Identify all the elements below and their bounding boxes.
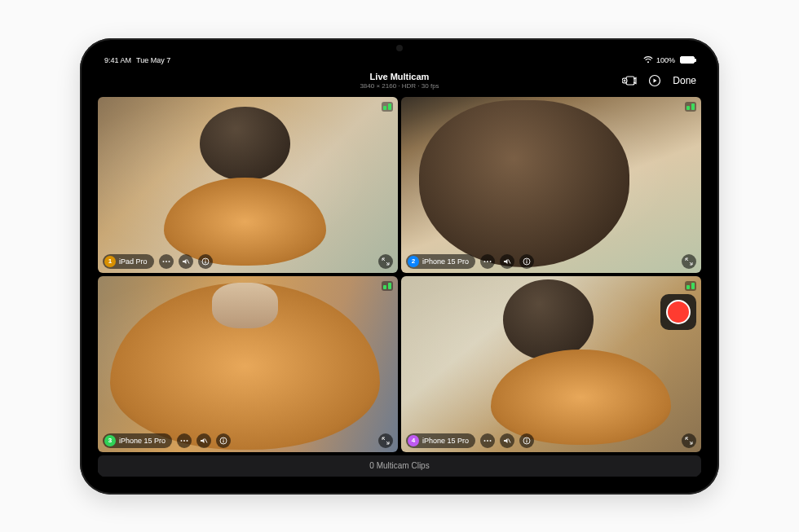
svg-point-25 [487,440,488,442]
camera-feed-3[interactable]: 3 iPhone 15 Pro [98,276,398,452]
info-button[interactable] [216,433,231,448]
mute-button[interactable] [500,254,514,269]
expand-button[interactable] [378,433,393,448]
svg-rect-23 [223,440,223,442]
svg-point-12 [490,261,492,262]
play-button[interactable] [648,74,661,87]
info-button[interactable] [198,254,213,269]
camera-label-chip[interactable]: 3 iPhone 15 Pro [103,433,172,448]
screen: 9:41 AM Tue May 7 100% Live Multicam 384… [95,53,704,480]
header-title: Live Multicam [360,72,439,81]
info-button[interactable] [519,433,534,448]
svg-point-5 [168,261,170,262]
camera-index-badge: 3 [104,435,116,446]
header-subtitle: 3840 × 2160 · HDR · 30 fps [360,82,439,90]
svg-point-26 [490,440,492,442]
svg-rect-30 [526,440,527,442]
audio-level-icon [685,281,696,291]
front-camera-dot [396,45,403,51]
svg-point-10 [484,261,486,262]
camera-grid: 1 iPad Pro [95,94,704,452]
svg-point-3 [162,261,164,262]
clips-tray[interactable]: 0 Multicam Clips [98,455,701,477]
app-header: Live Multicam 3840 × 2160 · HDR · 30 fps… [95,68,704,94]
ipad-frame: 9:41 AM Tue May 7 100% Live Multicam 384… [80,38,719,495]
camera-feed-2[interactable]: 2 iPhone 15 Pro [401,97,701,273]
svg-point-17 [181,440,183,442]
svg-rect-9 [205,261,205,263]
expand-button[interactable] [682,254,696,269]
mute-button[interactable] [500,433,514,448]
camera-index-badge: 1 [104,256,116,267]
svg-point-18 [183,440,185,442]
mute-button[interactable] [196,433,211,448]
camera-device-name: iPhone 15 Pro [119,437,166,445]
wifi-icon [643,56,653,64]
camera-label-chip[interactable]: 4 iPhone 15 Pro [406,433,475,448]
more-options-button[interactable] [177,433,192,448]
clips-count-label: 0 Multicam Clips [369,461,429,470]
svg-line-13 [509,259,511,263]
camera-device-name: iPhone 15 Pro [422,257,469,266]
audio-level-icon [382,102,393,112]
svg-rect-16 [526,261,527,263]
status-date: Tue May 7 [136,56,170,64]
status-time: 9:41 AM [104,56,131,64]
svg-line-6 [187,259,189,263]
record-button[interactable] [660,294,696,330]
add-camera-button[interactable] [622,75,637,86]
svg-point-4 [166,261,167,262]
more-options-button[interactable] [480,254,495,269]
svg-line-20 [205,438,208,442]
svg-point-22 [223,438,223,439]
info-button[interactable] [519,254,534,269]
svg-line-27 [509,438,511,442]
audio-level-icon [685,102,696,112]
svg-point-11 [487,261,488,262]
done-button[interactable]: Done [673,75,696,86]
camera-index-badge: 4 [408,435,419,446]
camera-index-badge: 2 [408,256,419,267]
camera-feed-1[interactable]: 1 iPad Pro [98,97,398,273]
record-icon [666,300,691,324]
camera-label-chip[interactable]: 1 iPad Pro [103,254,154,269]
more-options-button[interactable] [480,433,495,448]
mute-button[interactable] [179,254,193,269]
camera-device-name: iPad Pro [119,257,148,266]
camera-label-chip[interactable]: 2 iPhone 15 Pro [406,254,475,269]
expand-button[interactable] [378,254,393,269]
svg-point-15 [526,259,527,260]
more-options-button[interactable] [159,254,174,269]
audio-level-icon [382,281,393,291]
svg-point-24 [484,440,486,442]
svg-point-29 [526,438,527,439]
battery-icon [678,56,695,64]
camera-feed-4[interactable]: 4 iPhone 15 Pro [401,276,701,452]
battery-percent: 100% [656,56,675,64]
svg-point-19 [187,440,188,442]
expand-button[interactable] [682,433,696,448]
status-bar: 9:41 AM Tue May 7 100% [95,53,704,68]
camera-device-name: iPhone 15 Pro [422,437,469,445]
svg-point-8 [205,259,205,260]
